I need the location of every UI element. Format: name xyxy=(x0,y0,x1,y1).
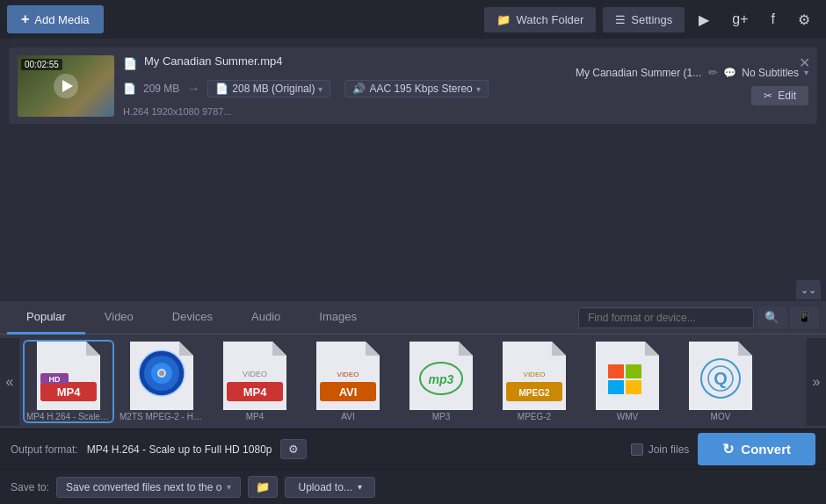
file-doc-icon: 📄 xyxy=(123,83,136,95)
subtitles-button[interactable]: 💬 No Subtitles ▾ xyxy=(723,67,808,79)
svg-marker-39 xyxy=(738,342,752,356)
format-icon-mov: Q xyxy=(681,342,760,410)
output-size-text: 208 MB (Original) xyxy=(232,83,315,95)
format-name-wmv: WMV xyxy=(617,412,638,421)
svg-rect-36 xyxy=(608,380,624,394)
mpeg2-doc-svg: MPEG2 VIDEO xyxy=(503,342,566,410)
format-icon-mpeg2: MPEG2 VIDEO xyxy=(495,342,574,410)
svg-marker-14 xyxy=(272,342,286,356)
format-item-mov[interactable]: Q MOV xyxy=(677,342,764,421)
convert-button[interactable]: ↻ Convert xyxy=(698,433,815,465)
arrow-icon: → xyxy=(186,81,200,97)
format-nav-right[interactable]: » xyxy=(807,338,826,426)
format-name-m2ts: M2TS MPEG-2 - HD 7... xyxy=(120,412,204,421)
subtitles-text: No Subtitles xyxy=(742,67,799,79)
bottom-bar: Output format: MP4 H.264 - Scale up to F… xyxy=(0,428,826,469)
format-icon-avi: AVI VIDEO xyxy=(308,342,388,410)
join-files-row: Join files xyxy=(631,443,690,456)
media-area: 00:02:55 📄 My Canadian Summer.mp4 📄 209 … xyxy=(0,39,826,124)
output-format-label: Output format: xyxy=(11,443,78,456)
google-plus-icon-button[interactable]: g+ xyxy=(723,5,757,33)
format-item-mpeg2[interactable]: MPEG2 VIDEO MPEG-2 xyxy=(490,342,578,421)
format-icon-wmv xyxy=(588,342,667,410)
facebook-icon-button[interactable]: f xyxy=(763,5,784,33)
browse-folder-button[interactable]: 📁 xyxy=(248,476,278,498)
svg-text:MP4: MP4 xyxy=(57,385,82,399)
svg-text:MP4: MP4 xyxy=(243,385,268,399)
audio-dropdown-arrow: ▾ xyxy=(476,84,481,94)
format-item-m2ts[interactable]: M2TS MPEG-2 - HD 7... xyxy=(118,342,206,421)
tab-video[interactable]: Video xyxy=(85,301,153,335)
add-media-button[interactable]: + Add Media xyxy=(7,5,104,33)
output-settings-button[interactable]: ⚙ xyxy=(280,439,307,459)
format-item-mp4[interactable]: MP4 VIDEO MP4 xyxy=(211,342,299,421)
save-path-dropdown-arrow: ▾ xyxy=(227,482,231,492)
size-row: 📄 209 MB → 📄 208 MB (Original) ▾ 🔊 AAC 1… xyxy=(123,80,567,97)
svg-text:MPEG2: MPEG2 xyxy=(518,388,549,398)
svg-text:VIDEO: VIDEO xyxy=(243,370,267,378)
format-name-mov: MOV xyxy=(711,412,731,421)
mp4hd-doc-svg: MP4 HD xyxy=(37,342,100,410)
format-item-mp3[interactable]: mp3 MP3 xyxy=(397,342,485,421)
svg-marker-33 xyxy=(645,342,659,356)
mov-doc-svg: Q xyxy=(689,342,752,410)
mp3-doc-svg: mp3 xyxy=(409,342,473,410)
file-icon: 📄 xyxy=(123,57,137,70)
edit-button[interactable]: ✂ Edit xyxy=(751,86,808,105)
collapse-bar: ⌄⌄ xyxy=(0,278,826,301)
output-name-text: My Canadian Summer (1... xyxy=(576,67,701,79)
watch-folder-button[interactable]: 📁 Watch Folder xyxy=(484,7,596,32)
save-path-button[interactable]: Save converted files next to the o ▾ xyxy=(56,477,241,498)
output-size-button[interactable]: 📄 208 MB (Original) ▾ xyxy=(207,80,330,97)
tab-audio[interactable]: Audio xyxy=(232,301,300,335)
scissors-icon: ✂ xyxy=(764,90,772,102)
codec-info: H.264 1920x1080 9787... xyxy=(123,106,567,117)
video-timestamp: 00:02:55 xyxy=(21,59,62,70)
format-icon-m2ts xyxy=(122,342,201,410)
format-search-input[interactable] xyxy=(578,307,754,328)
svg-marker-28 xyxy=(552,342,566,356)
format-item-avi[interactable]: AVI VIDEO AVI xyxy=(304,342,392,421)
right-col: My Canadian Summer (1... ✏ 💬 No Subtitle… xyxy=(576,66,808,105)
format-grid: MP4 HD MP4 H.264 - Scale up... xyxy=(19,335,807,428)
format-name-mpeg2: MPEG-2 xyxy=(518,412,551,421)
play-button[interactable] xyxy=(54,74,78,98)
format-name-mp4hd: MP4 H.264 - Scale up... xyxy=(26,412,111,421)
scan-device-button[interactable]: 📱 xyxy=(790,306,819,328)
media-info-section: 📄 My Canadian Summer.mp4 📄 209 MB → 📄 20… xyxy=(123,54,567,117)
close-media-button[interactable]: ✕ xyxy=(799,54,810,71)
tab-popular[interactable]: Popular xyxy=(7,301,85,335)
gear-icon-button[interactable]: ⚙ xyxy=(789,5,819,34)
search-icon-button[interactable]: 🔍 xyxy=(757,306,786,328)
audio-badge[interactable]: 🔊 AAC 195 Kbps Stereo ▾ xyxy=(344,80,488,97)
join-files-label: Join files xyxy=(648,443,690,456)
svg-rect-35 xyxy=(626,364,641,378)
youtube-icon-button[interactable]: ▶ xyxy=(690,5,718,34)
svg-rect-37 xyxy=(626,380,641,394)
media-item: 00:02:55 📄 My Canadian Summer.mp4 📄 209 … xyxy=(9,47,817,124)
svg-marker-1 xyxy=(86,342,100,356)
top-bar: + Add Media 📁 Watch Folder ☰ Settings ▶ … xyxy=(0,0,826,39)
svg-marker-7 xyxy=(179,342,193,356)
tab-devices[interactable]: Devices xyxy=(153,301,232,335)
format-item-mp4hd[interactable]: MP4 HD MP4 H.264 - Scale up... xyxy=(25,342,112,421)
tab-images[interactable]: Images xyxy=(300,301,376,335)
settings-button[interactable]: ☰ Settings xyxy=(603,7,685,32)
format-item-wmv[interactable]: WMV xyxy=(583,342,671,421)
upload-to-button[interactable]: Upload to... ▾ xyxy=(285,477,374,498)
tabs-row: Popular Video Devices Audio Images 🔍 📱 xyxy=(0,301,826,335)
join-files-checkbox[interactable] xyxy=(631,443,643,456)
svg-rect-34 xyxy=(608,364,624,378)
collapse-button[interactable]: ⌄⌄ xyxy=(796,280,821,299)
menu-icon: ☰ xyxy=(615,13,626,26)
video-thumbnail[interactable]: 00:02:55 xyxy=(18,55,114,117)
format-name-mp3: MP3 xyxy=(432,412,451,421)
format-icon-mp4hd: MP4 HD xyxy=(29,342,108,410)
avi-doc-svg: AVI VIDEO xyxy=(316,342,380,410)
format-nav-left[interactable]: « xyxy=(0,338,19,426)
output-doc-icon: 📄 xyxy=(215,83,228,95)
edit-name-icon-button[interactable]: ✏ xyxy=(708,66,718,79)
save-path-text: Save converted files next to the o xyxy=(66,481,221,493)
mp4-doc-svg: MP4 VIDEO xyxy=(223,342,286,410)
svg-text:VIDEO: VIDEO xyxy=(337,371,359,378)
